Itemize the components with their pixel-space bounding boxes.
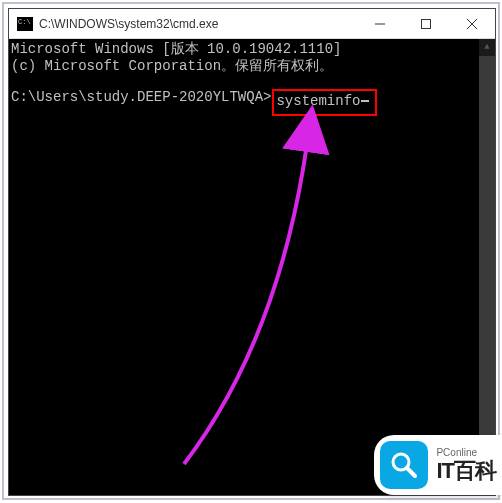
watermark-subtitle: PConline bbox=[436, 448, 496, 458]
command-text: systeminfo bbox=[276, 93, 360, 110]
vertical-scrollbar[interactable]: ▲ ▼ bbox=[479, 39, 495, 495]
terminal-area[interactable]: Microsoft Windows [版本 10.0.19042.1110] (… bbox=[9, 39, 495, 495]
prompt-text: C:\Users\study.DEEP-2020YLTWQA> bbox=[11, 89, 271, 116]
close-button[interactable] bbox=[449, 9, 495, 38]
maximize-button[interactable] bbox=[403, 9, 449, 38]
scrollbar-thumb[interactable] bbox=[479, 56, 495, 478]
watermark-title: IT百科 bbox=[436, 460, 496, 482]
titlebar[interactable]: C:\WINDOWS\system32\cmd.exe bbox=[9, 9, 495, 39]
command-highlight: systeminfo bbox=[272, 89, 377, 116]
scroll-up-button[interactable]: ▲ bbox=[479, 39, 495, 56]
watermark: PConline IT百科 bbox=[374, 435, 502, 495]
cmd-window: C:\WINDOWS\system32\cmd.exe Microsoft Wi… bbox=[8, 8, 496, 496]
magnifier-icon bbox=[380, 441, 428, 489]
window-controls bbox=[357, 9, 495, 38]
prompt-row: C:\Users\study.DEEP-2020YLTWQA>systeminf… bbox=[11, 89, 495, 116]
cursor-icon bbox=[361, 100, 369, 102]
minimize-button[interactable] bbox=[357, 9, 403, 38]
terminal-line: (c) Microsoft Corporation。保留所有权利。 bbox=[11, 58, 495, 75]
svg-line-5 bbox=[407, 468, 415, 476]
terminal-line: Microsoft Windows [版本 10.0.19042.1110] bbox=[11, 41, 495, 58]
window-title: C:\WINDOWS\system32\cmd.exe bbox=[39, 17, 357, 31]
cmd-icon bbox=[17, 17, 33, 31]
svg-rect-1 bbox=[422, 19, 431, 28]
